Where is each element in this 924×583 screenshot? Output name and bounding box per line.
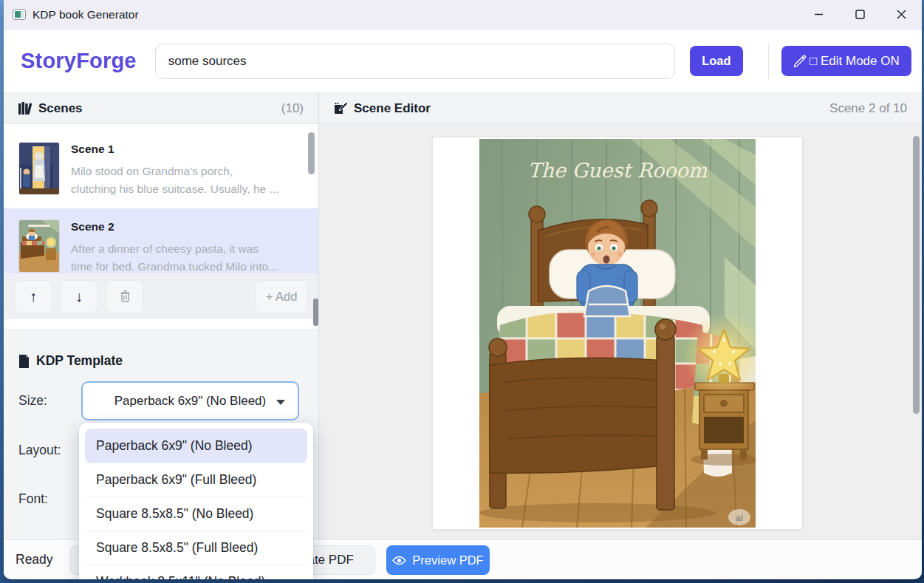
- scenes-title: Scenes: [38, 101, 83, 116]
- editor-scrollbar[interactable]: [913, 136, 920, 414]
- editor-panel-header: Scene Editor Scene 2 of 10: [319, 93, 922, 124]
- scene-list-scrollbar[interactable]: [308, 132, 315, 174]
- scene2-text-line2: time for bed. Grandma tucked Milo into..…: [71, 258, 278, 273]
- move-scene-down-button[interactable]: ↓: [60, 280, 98, 313]
- window-title: KDP book Generator: [32, 8, 139, 21]
- app-window: KDP book Generator StoryForge Load □ Edi…: [4, 0, 922, 579]
- scene-page-title: The Guest Rooom: [528, 159, 708, 182]
- scene1-text-line2: clutching his blue suitcase. Usually, he…: [71, 180, 278, 198]
- scene-list-item-1[interactable]: Scene 1 Milo stood on Grandma's porch, c…: [4, 124, 318, 208]
- scene-illustration: The Guest Rooom: [479, 139, 756, 528]
- size-select[interactable]: Paperback 6x9" (No Bleed): [81, 381, 299, 420]
- edit-mode-button[interactable]: □ Edit Mode ON: [781, 46, 911, 76]
- trash-icon: [120, 290, 130, 302]
- scene-list-item-2[interactable]: Scene 2 After a dinner of cheesy pasta, …: [4, 208, 318, 273]
- size-select-value: Paperback 6x9" (No Bleed): [114, 394, 266, 409]
- app-header: StoryForge Load □ Edit Mode ON: [4, 30, 922, 93]
- titlebar: KDP book Generator: [4, 0, 922, 30]
- size-dropdown-menu: Paperback 6x9" (No Bleed) Paperback 6x9"…: [79, 423, 313, 579]
- book-page[interactable]: The Guest Rooom: [432, 137, 803, 530]
- sources-input[interactable]: [155, 44, 675, 79]
- scenes-panel-header: Scenes (10): [4, 93, 318, 124]
- scene1-text-line1: Milo stood on Grandma's porch,: [71, 163, 278, 180]
- font-label: Font:: [18, 491, 48, 507]
- size-option-4[interactable]: Square 8.5x8.5" (Full Bleed): [85, 531, 307, 565]
- load-button[interactable]: Load: [690, 46, 743, 76]
- books-icon: [18, 102, 32, 115]
- scene-editor-panel: Scene Editor Scene 2 of 10: [319, 93, 922, 539]
- ai-watermark-label: ai: [736, 513, 743, 523]
- minimize-button[interactable]: [798, 0, 839, 29]
- size-option-1[interactable]: Paperback 6x9" (No Bleed): [85, 429, 307, 463]
- scene2-thumbnail: [19, 220, 59, 272]
- pencil-icon: [793, 55, 807, 68]
- scene1-thumbnail: [19, 143, 59, 194]
- scene1-title: Scene 1: [71, 143, 278, 156]
- kdp-template-title: KDP Template: [36, 353, 123, 369]
- preview-pdf-button[interactable]: Preview PDF: [386, 545, 490, 575]
- close-button[interactable]: [880, 0, 922, 29]
- status-text: Ready: [16, 552, 53, 567]
- size-option-2[interactable]: Paperback 6x9" (Full Bleed): [85, 463, 307, 497]
- brand-logo: StoryForge: [21, 49, 137, 73]
- edit-icon: [334, 102, 348, 115]
- scene-list: Scene 1 Milo stood on Grandma's porch, c…: [4, 124, 318, 273]
- scene2-text-line1: After a dinner of cheesy pasta, it was: [71, 240, 278, 258]
- size-label: Size:: [18, 393, 47, 409]
- header-divider: [768, 44, 769, 79]
- editor-canvas: The Guest Rooom: [319, 124, 922, 539]
- move-scene-up-button[interactable]: ↑: [14, 280, 52, 313]
- maximize-button[interactable]: [839, 0, 880, 29]
- scenes-count: (10): [281, 101, 304, 116]
- edit-mode-label: □ Edit Mode ON: [810, 54, 900, 69]
- document-icon: [18, 355, 30, 368]
- scene2-title: Scene 2: [71, 220, 278, 233]
- editor-title: Scene Editor: [354, 101, 431, 116]
- eye-icon: [392, 556, 406, 565]
- app-icon: [13, 9, 26, 20]
- scene-toolbar: ↑ ↓ + Add: [4, 273, 318, 319]
- layout-label: Layout:: [18, 443, 61, 458]
- delete-scene-button[interactable]: [106, 280, 144, 313]
- section-gap: [4, 319, 318, 330]
- sidebar-scrollbar[interactable]: [313, 299, 318, 326]
- scene-indicator: Scene 2 of 10: [829, 101, 907, 116]
- add-scene-button[interactable]: + Add: [255, 280, 308, 313]
- size-option-3[interactable]: Square 8.5x8.5" (No Bleed): [85, 497, 307, 531]
- size-option-5[interactable]: Workbook 8.5x11" (No Bleed): [85, 565, 307, 579]
- chevron-down-icon: [276, 400, 285, 405]
- window-controls: [798, 0, 922, 29]
- preview-pdf-label: Preview PDF: [412, 553, 483, 567]
